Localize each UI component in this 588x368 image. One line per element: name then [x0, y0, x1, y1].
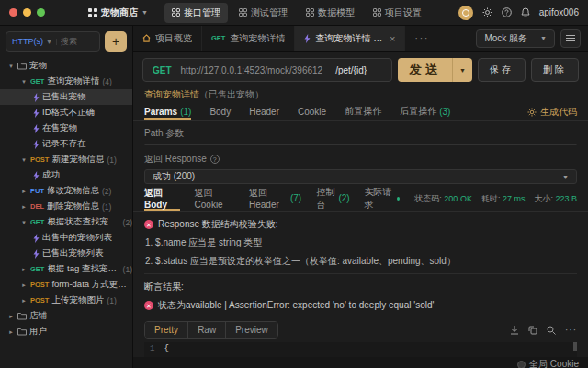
help-circle-icon[interactable]: ?: [210, 155, 220, 164]
tree-row[interactable]: ▾ ▸ DEL 删除宠物信息 (1): [0, 199, 132, 214]
tree-row[interactable]: ▾ ▸ 已售出宠物列表: [0, 246, 132, 261]
endpoint-tab[interactable]: 前置操作: [345, 104, 381, 120]
tree-row[interactable]: ▾ ▸ 记录不存在: [0, 136, 132, 152]
search-icon[interactable]: [547, 326, 556, 335]
method-label: DEL: [30, 202, 44, 211]
tree-row[interactable]: ▾ ▸ POST 新建宠物信息 (1): [0, 152, 132, 167]
search-input[interactable]: [57, 37, 99, 46]
document-tab[interactable]: 查询宠物详情 (已... ×: [295, 26, 405, 51]
endpoint-tab[interactable]: Body: [209, 104, 231, 120]
endpoint-tab[interactable]: Header: [249, 104, 279, 120]
response-tab[interactable]: 控制台 (2): [316, 188, 349, 211]
request-method[interactable]: GET: [143, 65, 181, 75]
download-icon[interactable]: [510, 326, 519, 335]
response-case-select[interactable]: 成功 (200) ▼: [144, 169, 577, 184]
tree-row[interactable]: ▾ ▸ 用户: [0, 324, 132, 339]
tree-row[interactable]: ▾ ▸ PUT 修改宠物信息 (2): [0, 183, 132, 199]
collapse-arrow-icon[interactable]: ▸: [20, 297, 28, 305]
help-icon[interactable]: [502, 7, 512, 17]
collapse-arrow-icon[interactable]: ▸: [20, 266, 28, 273]
endpoint-tab[interactable]: Params (1): [144, 104, 191, 120]
project-name: 宠物商店: [101, 6, 138, 19]
tree-row[interactable]: ▾ ▸ 成功: [0, 167, 132, 183]
tree-row[interactable]: ▾ ▸ 在售宠物: [0, 121, 132, 136]
copy-icon[interactable]: [528, 326, 537, 335]
close-tab-icon[interactable]: ×: [390, 33, 395, 44]
nav-tab[interactable]: 项目设置: [366, 3, 429, 23]
expand-arrow-icon[interactable]: ▾: [20, 156, 28, 164]
endpoint-tab-count: (1): [180, 107, 191, 117]
more-tabs-button[interactable]: ···: [405, 26, 438, 51]
tree-item-count: (4): [102, 77, 111, 86]
expand-arrow-icon[interactable]: ▾: [20, 78, 28, 86]
expand-arrow-icon[interactable]: ▾: [20, 219, 28, 226]
response-tab[interactable]: 返回 Body: [144, 188, 180, 211]
collapse-arrow-icon[interactable]: ▸: [7, 328, 15, 336]
document-tab[interactable]: GET 查询宠物详情 ×: [202, 26, 295, 51]
delete-button[interactable]: 删除: [531, 58, 579, 82]
settings-gear-icon[interactable]: [482, 7, 492, 17]
collapse-arrow-icon[interactable]: ▸: [7, 313, 15, 320]
response-tab[interactable]: 实际请求: [365, 188, 401, 211]
collapse-arrow-icon[interactable]: ▸: [20, 188, 28, 195]
scrollbar-thumb[interactable]: [573, 342, 577, 351]
response-time: 27 ms: [503, 194, 526, 203]
send-button-label: 发送: [398, 62, 452, 78]
validation-item: 1. $.name 应当是 string 类型: [145, 236, 577, 249]
tree-row[interactable]: ▾ ▸ 店铺: [0, 308, 132, 324]
send-button[interactable]: 发送 ▼: [398, 58, 472, 82]
send-options-chevron-icon[interactable]: ▼: [452, 58, 472, 82]
response-tab[interactable]: 返回 Header (7): [249, 188, 301, 211]
nav-tab[interactable]: 接口管理: [164, 3, 228, 23]
tree-row[interactable]: ▾ ▸ GET 根据 tag 查找宠物列表 (1): [0, 261, 132, 277]
generate-code-button[interactable]: 生成代码: [527, 106, 577, 119]
protocol-selector[interactable]: HTTP(s): [6, 37, 46, 46]
save-button[interactable]: 保存: [478, 58, 526, 82]
avatar[interactable]: [458, 6, 473, 20]
response-tab-label: 返回 Cookie: [195, 187, 234, 210]
api-tree: ▾ ▸ 宠物 ▾ ▸: [0, 56, 132, 368]
environment-select[interactable]: Mock 服务 ▼: [476, 29, 555, 48]
tree-row[interactable]: ▾ ▸ ID格式不正确: [0, 105, 132, 121]
params-table: 启用 参数名 参数值 说明 id 1 宠物 ID: [144, 144, 577, 145]
case-lightning-icon: [33, 140, 40, 149]
response-tab[interactable]: 返回 Cookie: [195, 188, 234, 211]
view-tab[interactable]: Pretty: [145, 322, 188, 338]
collapse-arrow-icon[interactable]: ▸: [20, 282, 28, 289]
project-selector[interactable]: 宠物商店 ▼: [88, 6, 148, 19]
minimize-window-button[interactable]: [23, 8, 31, 17]
response-body-editor[interactable]: 1 {: [144, 342, 577, 357]
view-tab[interactable]: Raw: [188, 322, 226, 338]
environment-list-button[interactable]: [560, 29, 581, 48]
assertion-message: 状态为available | AssertionError: expected …: [158, 299, 434, 312]
url-input[interactable]: GET http://127.0.0.1:4523/mock/396612 /p…: [142, 58, 392, 82]
request-path[interactable]: /pet/{id}: [335, 65, 367, 75]
global-cookie-label[interactable]: 全局 Cookie: [529, 358, 579, 368]
more-icon[interactable]: ···: [565, 325, 577, 335]
document-tab-label: 项目概览: [155, 32, 192, 45]
tree-row[interactable]: ▾ ▸ POST form-data 方式更新宠物信...: [0, 277, 132, 293]
chevron-down-icon[interactable]: ▼: [46, 39, 57, 45]
response-tab-count: (7): [290, 193, 301, 203]
endpoint-tab[interactable]: 后置操作 (3): [400, 104, 450, 120]
username[interactable]: apifox006: [539, 7, 579, 17]
nav-tab[interactable]: 测试管理: [232, 3, 295, 23]
document-tab[interactable]: 项目概览 ×: [133, 26, 202, 51]
environment-label: Mock 服务: [484, 32, 527, 45]
add-api-button[interactable]: +: [105, 31, 127, 52]
view-tab[interactable]: Preview: [226, 322, 277, 338]
endpoint-tab[interactable]: Cookie: [298, 104, 326, 120]
endpoint-tabs: Params (1) Body Header: [133, 104, 588, 121]
close-window-button[interactable]: [9, 8, 17, 17]
tree-row[interactable]: ▾ ▸ 已售出宠物: [0, 89, 132, 105]
expand-arrow-icon[interactable]: ▾: [7, 63, 15, 70]
maximize-window-button[interactable]: [37, 8, 45, 17]
collapse-arrow-icon[interactable]: ▸: [20, 203, 28, 211]
tree-row[interactable]: ▾ ▸ 出售中的宠物列表: [0, 230, 132, 246]
tree-row[interactable]: ▾ ▸ GET 查询宠物详情 (4): [0, 74, 132, 89]
nav-tab[interactable]: 数据模型: [299, 3, 362, 23]
tree-row[interactable]: ▾ ▸ 宠物: [0, 58, 132, 74]
tree-row[interactable]: ▾ ▸ POST 上传宠物图片 (1): [0, 293, 132, 308]
tree-row[interactable]: ▾ ▸ GET 根据状态查找宠物列表 (2): [0, 214, 132, 230]
notification-bell-icon[interactable]: [521, 7, 530, 17]
